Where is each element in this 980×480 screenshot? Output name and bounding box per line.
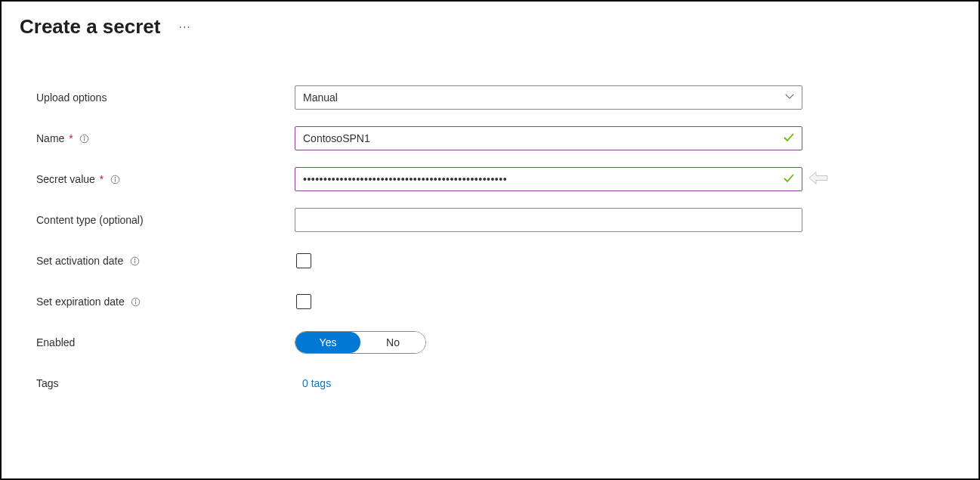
- content-type-label: Content type (optional): [36, 214, 295, 226]
- enabled-row: Enabled Yes No: [36, 330, 960, 355]
- tags-row: Tags 0 tags: [36, 371, 960, 395]
- content-type-input[interactable]: [295, 208, 802, 232]
- enabled-no-button[interactable]: No: [360, 332, 425, 353]
- required-star-icon: *: [100, 173, 104, 185]
- upload-options-label: Upload options: [36, 91, 295, 104]
- create-secret-form: Upload options Name *: [20, 85, 960, 395]
- svg-point-4: [115, 177, 116, 178]
- name-input[interactable]: [295, 126, 802, 150]
- tags-label: Tags: [36, 377, 295, 389]
- pointer-arrow-icon: [808, 172, 828, 187]
- activation-date-row: Set activation date: [36, 249, 960, 273]
- info-icon[interactable]: [79, 133, 90, 144]
- activation-date-label: Set activation date: [36, 255, 295, 267]
- content-type-row: Content type (optional): [36, 208, 960, 232]
- expiration-date-row: Set expiration date: [36, 290, 960, 314]
- upload-options-row: Upload options: [36, 85, 960, 110]
- secret-value-label: Secret value *: [36, 173, 295, 185]
- expiration-date-label: Set expiration date: [36, 296, 295, 308]
- info-icon[interactable]: [131, 296, 141, 307]
- required-star-icon: *: [69, 132, 73, 144]
- svg-point-7: [134, 259, 135, 259]
- name-label: Name *: [36, 132, 295, 144]
- expiration-date-checkbox[interactable]: [296, 294, 311, 309]
- upload-options-select[interactable]: [295, 85, 802, 110]
- svg-point-1: [84, 136, 85, 137]
- upload-options-select-wrapper: [295, 85, 802, 110]
- enabled-toggle: Yes No: [295, 331, 426, 354]
- page-header: Create a secret ···: [20, 15, 960, 39]
- tags-link[interactable]: 0 tags: [302, 377, 331, 389]
- activation-date-checkbox[interactable]: [296, 253, 311, 268]
- info-icon[interactable]: [110, 174, 120, 184]
- more-actions-icon[interactable]: ···: [178, 20, 190, 34]
- enabled-yes-button[interactable]: Yes: [295, 332, 360, 353]
- name-row: Name *: [36, 126, 960, 150]
- secret-value-input[interactable]: [295, 167, 802, 191]
- page-title: Create a secret: [20, 15, 160, 39]
- svg-point-10: [135, 299, 136, 300]
- info-icon[interactable]: [129, 255, 140, 266]
- enabled-label: Enabled: [36, 336, 295, 348]
- secret-value-row: Secret value *: [36, 167, 960, 191]
